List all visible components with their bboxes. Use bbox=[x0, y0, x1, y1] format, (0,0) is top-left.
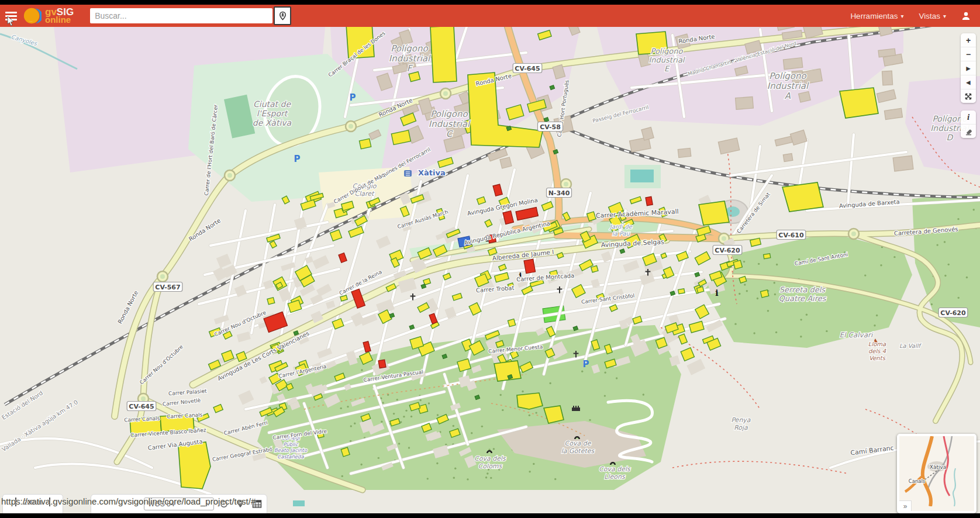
svg-text:i: i bbox=[715, 288, 718, 298]
menu-vistas[interactable]: Vistas ▾ bbox=[919, 12, 946, 20]
zoom-in-button[interactable]: + bbox=[961, 33, 976, 47]
svg-text:N-340: N-340 bbox=[548, 189, 570, 197]
overview-minimap[interactable]: XàtivaCanals » bbox=[897, 434, 976, 513]
search-input[interactable] bbox=[90, 8, 272, 23]
svg-text:CV-620: CV-620 bbox=[715, 247, 740, 254]
menu-herramientas[interactable]: Herramientas ▾ bbox=[850, 12, 903, 20]
svg-text:Cova dela Gotetes: Cova dela Gotetes bbox=[561, 440, 595, 455]
svg-text:Xàtiva: Xàtiva bbox=[418, 168, 446, 177]
svg-text:Llomadels 4Vents: Llomadels 4Vents bbox=[868, 341, 886, 361]
minimap-expand-button[interactable]: » bbox=[899, 500, 912, 511]
brand-title: gvSIG online bbox=[45, 8, 74, 24]
svg-text:Ciutat del'Esportde Xàtiva: Ciutat del'Esportde Xàtiva bbox=[253, 99, 292, 127]
svg-text:P: P bbox=[350, 92, 356, 103]
svg-text:CV-620: CV-620 bbox=[940, 309, 966, 317]
gvsig-logo-icon bbox=[23, 6, 42, 25]
zoom-extent-button[interactable] bbox=[961, 89, 976, 103]
pan-right-button[interactable]: ▶ bbox=[961, 61, 976, 75]
svg-text:Jardí dela Pau: Jardí dela Pau bbox=[609, 223, 633, 237]
map-zoom-controls: +−▶◀ bbox=[961, 33, 976, 103]
map-tool-controls: i bbox=[961, 110, 976, 138]
svg-text:CV-645: CV-645 bbox=[129, 403, 154, 410]
svg-text:CV-645: CV-645 bbox=[515, 65, 540, 72]
mouse-cursor bbox=[7, 16, 15, 29]
info-button[interactable]: i bbox=[961, 110, 976, 125]
map-canvas[interactable]: PPPiiiXàtivaPolígonoIndustrialFPolígonoI… bbox=[0, 0, 980, 518]
letterbox-top bbox=[0, 0, 980, 5]
pan-left-button[interactable]: ◀ bbox=[961, 75, 976, 89]
search-locate-button[interactable] bbox=[274, 6, 291, 25]
user-icon bbox=[961, 11, 971, 20]
svg-text:P: P bbox=[294, 154, 301, 164]
svg-text:CV-610: CV-610 bbox=[778, 232, 804, 239]
svg-text:Serreta delsQuatre Aires: Serreta delsQuatre Aires bbox=[778, 285, 826, 303]
eraser-icon bbox=[964, 127, 973, 136]
expand-arrows-icon bbox=[964, 92, 972, 101]
svg-text:La Vallf: La Vallf bbox=[899, 343, 922, 349]
svg-text:CV-58: CV-58 bbox=[540, 123, 561, 131]
locate-person-icon bbox=[278, 11, 287, 20]
caret-down-icon: ▾ bbox=[900, 13, 903, 19]
status-url: https://xativa.gvsigonline.com/gvsigonli… bbox=[1, 496, 256, 506]
clear-button[interactable] bbox=[961, 125, 976, 138]
svg-text:Cova delsColoms: Cova delsColoms bbox=[474, 455, 506, 470]
user-button[interactable] bbox=[961, 11, 971, 20]
svg-text:Canals: Canals bbox=[909, 478, 926, 484]
top-bar: gvSIG online Herramientas ▾ Vistas ▾ bbox=[0, 5, 980, 27]
svg-text:El Calvari: El Calvari bbox=[840, 331, 874, 339]
zoom-out-button[interactable]: − bbox=[961, 47, 976, 61]
svg-text:P: P bbox=[583, 359, 589, 369]
letterbox-bottom bbox=[0, 513, 980, 518]
caret-down-icon: ▾ bbox=[943, 13, 946, 19]
svg-text:CV-567: CV-567 bbox=[155, 284, 180, 291]
svg-text:Xàtiva: Xàtiva bbox=[930, 464, 947, 470]
